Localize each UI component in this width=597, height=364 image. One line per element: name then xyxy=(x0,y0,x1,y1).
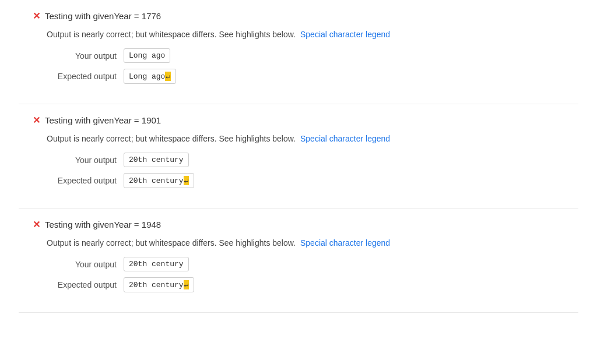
your-output-label: Your output xyxy=(47,260,117,269)
special-char-legend-link[interactable]: Special character legend xyxy=(300,134,390,143)
your-output-value: Long ago xyxy=(124,48,170,63)
test-title: Testing with givenYear = 1901 xyxy=(45,115,161,125)
your-output-row: Your output20th century xyxy=(47,153,564,167)
test-header: ✕Testing with givenYear = 1901 xyxy=(33,115,564,126)
main-container: ✕Testing with givenYear = 1776Output is … xyxy=(19,0,578,313)
expected-output-row: Expected outputLong ago↵ xyxy=(47,69,564,84)
output-message: Output is nearly correct; but whitespace… xyxy=(47,134,564,143)
x-error-icon: ✕ xyxy=(33,115,40,126)
test-block-2: ✕Testing with givenYear = 1948Output is … xyxy=(19,208,578,313)
special-char-legend-link[interactable]: Special character legend xyxy=(300,238,390,248)
expected-output-label: Expected output xyxy=(47,72,117,81)
test-title: Testing with givenYear = 1776 xyxy=(45,11,161,21)
expected-output-row: Expected output20th century↵ xyxy=(47,277,564,292)
output-message-text: Output is nearly correct; but whitespace… xyxy=(47,134,296,143)
test-title: Testing with givenYear = 1948 xyxy=(45,220,161,229)
highlight-newline-char: ↵ xyxy=(184,280,189,289)
output-message: Output is nearly correct; but whitespace… xyxy=(47,30,564,39)
test-block-0: ✕Testing with givenYear = 1776Output is … xyxy=(19,0,578,104)
special-char-legend-link[interactable]: Special character legend xyxy=(300,30,390,39)
highlight-newline-char: ↵ xyxy=(165,72,171,81)
expected-output-label: Expected output xyxy=(47,176,117,185)
output-message-text: Output is nearly correct; but whitespace… xyxy=(47,238,296,248)
your-output-row: Your outputLong ago xyxy=(47,48,564,63)
test-header: ✕Testing with givenYear = 1776 xyxy=(33,10,564,22)
expected-output-label: Expected output xyxy=(47,280,117,289)
expected-output-value: Long ago↵ xyxy=(124,69,176,84)
your-output-label: Your output xyxy=(47,156,117,165)
expected-output-value: 20th century↵ xyxy=(124,173,194,188)
x-error-icon: ✕ xyxy=(33,10,40,22)
test-header: ✕Testing with givenYear = 1948 xyxy=(33,219,564,230)
your-output-label: Your output xyxy=(47,51,117,61)
expected-output-value: 20th century↵ xyxy=(124,277,194,292)
your-output-value: 20th century xyxy=(124,257,189,271)
test-block-1: ✕Testing with givenYear = 1901Output is … xyxy=(19,104,578,208)
x-error-icon: ✕ xyxy=(33,219,40,230)
expected-output-row: Expected output20th century↵ xyxy=(47,173,564,188)
your-output-row: Your output20th century xyxy=(47,257,564,271)
your-output-value: 20th century xyxy=(124,153,189,167)
highlight-newline-char: ↵ xyxy=(184,176,189,185)
output-message: Output is nearly correct; but whitespace… xyxy=(47,238,564,248)
output-message-text: Output is nearly correct; but whitespace… xyxy=(47,30,296,39)
